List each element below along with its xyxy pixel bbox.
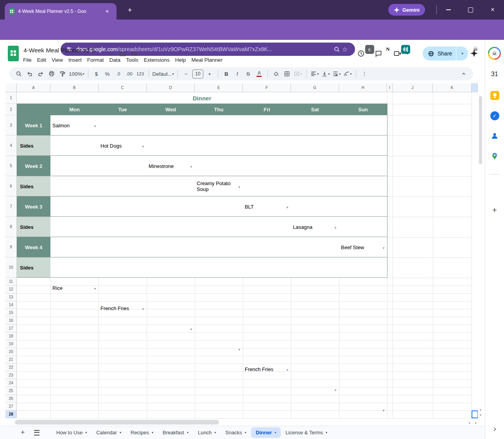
tab-caret-icon[interactable]: ▾ [152,431,153,434]
column-header-J[interactable]: J [393,83,433,92]
scroll-left-icon[interactable]: ◂ [467,420,472,425]
cell-B4[interactable]: Rice▼ [50,278,99,298]
cell-dropdown-icon[interactable]: ▼ [190,164,193,170]
column-header-D[interactable]: D [147,83,195,92]
cell-G2[interactable]: Sat [291,104,339,115]
cell-F3[interactable]: BLT▼ [243,196,291,217]
cell-E2[interactable]: Thu [195,104,243,115]
cell-F4[interactable]: French Fries▼ [243,359,291,379]
keep-icon[interactable] [490,90,500,100]
sheet-tab-license-terms[interactable]: License & Terms▾ [281,427,332,438]
tab-caret-icon[interactable]: ▾ [120,431,121,434]
cell-D3[interactable]: Minestrone▼ [147,156,195,176]
row-header-20[interactable]: 20 [5,348,17,356]
cell-E3[interactable]: Creamy Potato Soup▼ [195,176,243,196]
sheet-tab-calendar[interactable]: Calendar▾ [91,427,126,438]
cell-B2[interactable]: Mon [50,104,99,115]
tab-caret-icon[interactable]: ▾ [187,431,188,434]
row-header-10[interactable]: 10 [5,257,17,278]
row-header-9[interactable]: 9 [5,237,17,257]
sheet-tab-breakfast[interactable]: Breakfast▾ [158,427,193,438]
cell-dropdown-icon[interactable]: ▼ [190,327,193,332]
column-header-B[interactable]: B [50,83,99,92]
row-header-3[interactable]: 3 [5,115,17,136]
column-header-H[interactable]: H [339,83,387,92]
row-header-23[interactable]: 23 [5,371,17,379]
cell-A8[interactable]: Sides [17,217,50,237]
row-header-27[interactable]: 27 [5,403,17,410]
get-add-ons-button[interactable]: + [490,205,500,215]
row-header-4[interactable]: 4 [5,136,17,156]
contacts-icon[interactable] [490,131,500,141]
tab-caret-icon[interactable]: ▾ [274,431,276,434]
row-header-1[interactable]: 1 [5,92,17,104]
tab-caret-icon[interactable]: ▾ [85,431,87,434]
cell-A9[interactable]: Week 4 [17,237,50,257]
cell-B3[interactable]: Salmon▼ [50,115,99,136]
add-sheet-button[interactable]: + [17,427,28,438]
cell-D2[interactable]: Wed [147,104,195,115]
cell-dropdown-icon[interactable]: ▼ [238,347,241,353]
row-header-18[interactable]: 18 [5,332,17,340]
vertical-scrollbar-thumb[interactable] [479,96,482,164]
cell-dropdown-icon[interactable]: ▼ [382,408,385,414]
row-header-24[interactable]: 24 [5,379,17,387]
cell-C2[interactable]: Tue [99,104,147,115]
calendar-icon[interactable]: 31 [490,69,500,79]
tab-caret-icon[interactable]: ▾ [214,431,216,434]
row-header-22[interactable]: 22 [5,364,17,371]
row-header-14[interactable]: 14 [5,301,17,309]
cell-C3[interactable]: Hot Dogs▼ [99,136,147,156]
tasks-icon[interactable]: ✓ [490,111,500,121]
row-header-17[interactable]: 17 [5,325,17,332]
scroll-down-icon[interactable]: ▾ [478,412,483,417]
scroll-right-icon[interactable]: ▸ [474,420,478,425]
cell-A7[interactable]: Week 3 [17,196,50,217]
column-header-C[interactable]: C [99,83,147,92]
sheet-tab-snacks[interactable]: Snacks▾ [221,427,251,438]
cell-A4[interactable]: Sides [17,136,50,156]
sheet-tab-recipes[interactable]: Recipes▾ [126,427,158,438]
column-header-G[interactable]: G [291,83,339,92]
row-header-5[interactable]: 5 [5,156,17,176]
merged-title-cell[interactable]: Dinner [17,92,387,104]
cell-A2[interactable] [17,104,50,115]
column-header-A[interactable]: A [17,83,50,92]
row-header-8[interactable]: 8 [5,217,17,237]
window-close-button[interactable]: × [487,5,499,15]
cell-dropdown-icon[interactable]: ▼ [286,367,289,373]
cell-H2[interactable]: Sun [339,104,387,115]
cell-dropdown-icon[interactable]: ▼ [142,144,145,150]
row-header-26[interactable]: 26 [5,395,17,403]
cell-dropdown-icon[interactable]: ▼ [142,306,145,312]
row-header-19[interactable]: 19 [5,340,17,348]
column-header-I[interactable]: I [387,83,393,92]
tab-caret-icon[interactable]: ▾ [245,431,246,434]
row-header-6[interactable]: 6 [5,176,17,196]
cell-dropdown-icon[interactable]: ▼ [93,123,97,129]
cell-dropdown-icon[interactable]: ▼ [334,225,337,231]
row-header-16[interactable]: 16 [5,317,17,325]
column-header-partial[interactable] [472,83,478,92]
sheet-tab-dinner[interactable]: Dinner▾ [251,427,281,438]
cell-H3[interactable]: Beef Stew▼ [339,237,387,257]
cell-dropdown-icon[interactable]: ▼ [334,387,337,393]
selected-cell[interactable] [472,410,478,418]
cell-D4[interactable]: ▼ [147,318,195,339]
horizontal-scrollbar-thumb[interactable] [15,420,219,425]
column-header-F[interactable]: F [243,83,291,92]
sheet-tab-how-to-use[interactable]: How to Use▾ [52,427,91,438]
cell-H4[interactable]: ▼ [339,400,387,420]
cell-C4[interactable]: French Fries▼ [99,298,147,318]
column-header-K[interactable]: K [433,83,472,92]
cell-dropdown-icon[interactable]: ▼ [93,286,97,292]
cell-A3[interactable]: Week 1 [17,115,50,136]
column-header-E[interactable]: E [195,83,243,92]
row-header-7[interactable]: 7 [5,196,17,217]
row-header-15[interactable]: 15 [5,309,17,317]
cell-A10[interactable]: Sides [17,257,50,278]
row-header-12[interactable]: 12 [5,286,17,293]
row-header-13[interactable]: 13 [5,293,17,301]
all-sheets-icon[interactable] [31,427,42,438]
cell-E4[interactable]: ▼ [195,339,243,359]
